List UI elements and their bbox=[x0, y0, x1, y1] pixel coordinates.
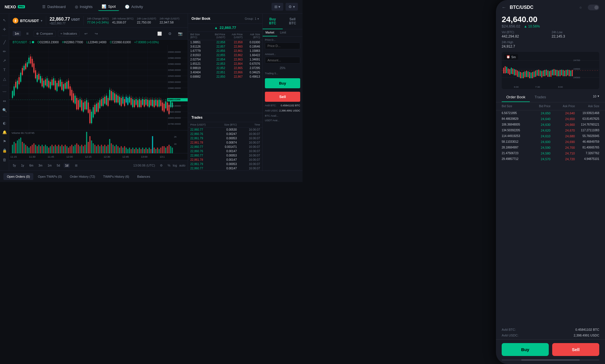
ob-row[interactable]: 1.38851 22,858 22,858 0.01000 bbox=[188, 40, 262, 44]
trade-row[interactable]: 22,861.79 0.00053 16:06:07 bbox=[188, 136, 262, 140]
sell-button[interactable]: Sell bbox=[265, 92, 300, 102]
svg-text:22860.61000: 22860.61000 bbox=[168, 99, 181, 101]
chart-canvas[interactable]: 23000.00000 22980.00000 22960.00000 2294… bbox=[9, 45, 188, 130]
flag-tool[interactable]: ⚑ bbox=[1, 137, 9, 145]
chart-type-btn[interactable]: ≡ bbox=[23, 30, 31, 38]
svg-rect-274 bbox=[83, 146, 84, 153]
layout-button[interactable]: ⊞ ▾ bbox=[272, 3, 284, 11]
trade-row[interactable]: 22,860.77 0.00147 16:06:07 bbox=[188, 166, 262, 171]
trade-row[interactable]: 22,861.78 0.00147 16:06:07 bbox=[188, 158, 262, 162]
nav-item-dashboard[interactable]: ☰ Dashboard bbox=[39, 3, 69, 11]
svg-rect-255 bbox=[53, 146, 54, 153]
trash-tool[interactable]: 🗑 bbox=[1, 156, 9, 164]
ob-row[interactable]: 2.02754 22,854 22,863 1.34691 bbox=[188, 57, 262, 62]
shape-tool[interactable]: △ bbox=[1, 75, 9, 83]
bid-size-header: Bid Size(BTC) bbox=[190, 33, 208, 39]
svg-rect-253 bbox=[50, 146, 51, 153]
twaps-history-tab[interactable]: TWAPs History (6) bbox=[100, 173, 133, 180]
screenshot-btn[interactable]: 📷 bbox=[176, 30, 184, 38]
tf-3m[interactable]: 3m bbox=[37, 163, 44, 168]
high-value: 22,947.58 bbox=[160, 21, 179, 24]
buy-button[interactable]: Buy bbox=[265, 78, 300, 88]
price-d-input[interactable] bbox=[265, 42, 300, 49]
svg-rect-304 bbox=[134, 149, 135, 153]
tf-1d[interactable]: 1d bbox=[64, 163, 70, 168]
line-tool[interactable]: ╱ bbox=[1, 38, 9, 46]
group-label: Group: bbox=[245, 17, 254, 20]
settings-button[interactable]: ⚙ ▾ bbox=[286, 3, 298, 11]
zoom-tool[interactable]: 🔍 bbox=[1, 106, 9, 114]
group-value: 1 bbox=[255, 17, 256, 20]
compare-btn[interactable]: ⊕ Compare bbox=[34, 31, 55, 37]
limit-order-tab[interactable]: Limit bbox=[277, 29, 289, 36]
nav-label-spot: Spot bbox=[108, 4, 116, 9]
low-label: 24h Low (USDT) bbox=[137, 17, 156, 20]
settings-chart-btn[interactable]: ⚙ bbox=[157, 161, 165, 169]
trade-row[interactable]: 22,861.78 0.00874 16:06:07 bbox=[188, 140, 262, 145]
cursor-tool[interactable]: ↖ bbox=[1, 16, 9, 24]
balances-tab[interactable]: Balances bbox=[134, 173, 154, 180]
arrow-tool[interactable]: ↗ bbox=[1, 56, 9, 64]
trade-row[interactable]: 22,860.77 0.001471 16:06:07 bbox=[188, 145, 262, 149]
trade-row[interactable]: 22,860.76 0.00147 16:06:07 bbox=[188, 149, 262, 153]
redo-btn[interactable]: ↪ bbox=[92, 30, 100, 38]
dashboard-icon: ☰ bbox=[42, 5, 46, 9]
trade-row[interactable]: 22,861.79 0.00053 16:06:07 bbox=[188, 162, 262, 166]
lock-tool[interactable]: 🔒 bbox=[1, 146, 9, 154]
buy-tab[interactable]: Buy BTC bbox=[263, 14, 283, 29]
ob-row[interactable]: 3.61126 22,857 22,860 0.19546 bbox=[188, 44, 262, 49]
tf-5d[interactable]: 5d bbox=[55, 163, 61, 168]
tf-1m[interactable]: 1m bbox=[46, 163, 53, 168]
ob-row[interactable]: 1.65121 22,853 22,864 0.67076 bbox=[188, 62, 262, 66]
spot-icon: 📊 bbox=[102, 4, 106, 9]
nav-item-insights[interactable]: ◎ Insights bbox=[71, 3, 96, 11]
undo-btn[interactable]: ↩ bbox=[82, 30, 90, 38]
svg-rect-277 bbox=[89, 136, 90, 153]
nav-item-activity[interactable]: 🕐 Activity bbox=[121, 3, 146, 11]
market-order-tab[interactable]: Market bbox=[263, 29, 277, 36]
toolbar-divider-3 bbox=[2, 116, 7, 117]
tf-5y[interactable]: 5y bbox=[11, 163, 18, 168]
fullscreen-toggle[interactable]: ⬜ bbox=[156, 30, 164, 38]
alert-tool[interactable]: 🔔 bbox=[1, 128, 9, 136]
pen-tool[interactable]: ✏ bbox=[1, 47, 9, 55]
crosshair-tool[interactable]: ✛ bbox=[1, 25, 9, 33]
right-panel: Buy BTC Sell BTC Market Limit Price D...… bbox=[262, 14, 302, 171]
text-tool[interactable]: T bbox=[1, 66, 9, 74]
trade-row[interactable]: 22,860.76 0.00247 16:06:07 bbox=[188, 132, 262, 136]
open-orders-tab[interactable]: Open Orders (0) bbox=[3, 173, 33, 180]
svg-rect-236 bbox=[22, 142, 23, 153]
amount-input[interactable] bbox=[265, 57, 300, 64]
pair-selector[interactable]: ₿ BTC/USDT ▾ bbox=[13, 18, 42, 24]
low-value: 22,750.00 bbox=[137, 21, 156, 24]
timeframe-1m[interactable]: 1m bbox=[13, 31, 21, 36]
open-twaps-tab[interactable]: Open TWAPs (0) bbox=[34, 173, 65, 180]
group-selector[interactable]: Group: 1 ▾ bbox=[245, 17, 259, 20]
order-book-panel: Order Book Group: 1 ▾ ▲ 22,860.77 Bid Si… bbox=[188, 14, 262, 171]
tf-1y[interactable]: 1y bbox=[20, 163, 26, 168]
sell-tab[interactable]: Sell BTC bbox=[283, 14, 303, 29]
avbl-btc-value: 0.45841102 BTC bbox=[281, 104, 300, 107]
trade-row[interactable]: 22,860.77 0.00053 16:06:07 bbox=[188, 153, 262, 158]
magnet-tool[interactable]: ◐ bbox=[1, 119, 9, 127]
chart-settings[interactable]: ⚙ bbox=[166, 30, 174, 38]
svg-rect-264 bbox=[66, 146, 67, 153]
change-value: 77.04 (+0.34%) bbox=[87, 21, 109, 24]
ob-row[interactable]: 2.91553 22,855 22,862 1.66422 bbox=[188, 53, 262, 57]
trade-row[interactable]: 22,860.77 0.00530 16:06:07 bbox=[188, 128, 262, 132]
fibonacci-tool[interactable]: 〰 bbox=[1, 88, 9, 96]
ob-row[interactable]: 1.67779 22,856 22,861 1.15883 bbox=[188, 49, 262, 53]
indicators-btn[interactable]: ≈ Indicators bbox=[58, 31, 80, 36]
measure-tool[interactable]: ⇔ bbox=[1, 97, 9, 105]
ob-row[interactable]: 0.98819 22,852 22,865 2.07295 bbox=[188, 66, 262, 70]
ob-row[interactable]: 3.40404 22,851 22,866 0.34625 bbox=[188, 70, 262, 75]
ob-row[interactable]: 0.68882 22,850 22,867 0.49813 bbox=[188, 75, 262, 79]
tf-6m[interactable]: 6m bbox=[28, 163, 35, 168]
auto-label: auto bbox=[179, 164, 185, 167]
avbl-usdc-row: Avbl USDC: 2,398.4991 USDC bbox=[263, 108, 302, 113]
compare-chart-btn[interactable]: ⊞ bbox=[72, 161, 80, 169]
order-history-tab[interactable]: Order History (72) bbox=[66, 173, 98, 180]
nav-item-spot[interactable]: 📊 Spot bbox=[98, 3, 119, 11]
svg-rect-266 bbox=[70, 146, 71, 153]
toolbar-divider-2 bbox=[2, 85, 7, 85]
